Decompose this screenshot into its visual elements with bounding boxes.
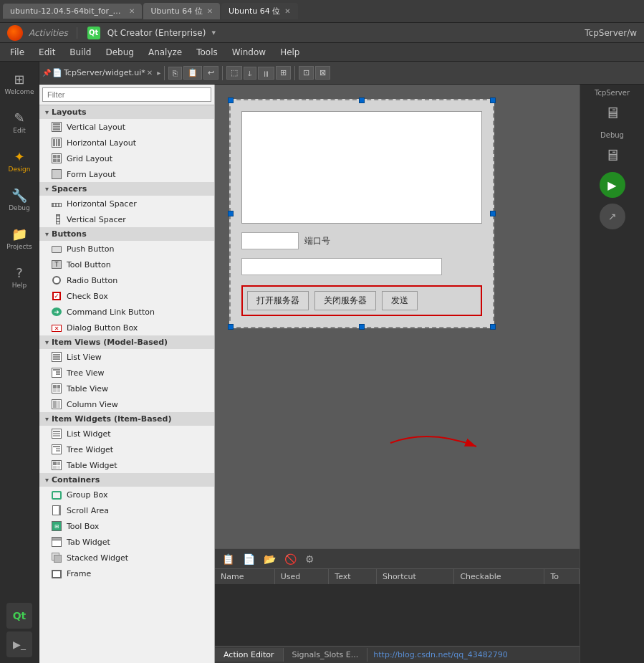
tab-close-icon[interactable]: ✕ bbox=[147, 69, 153, 77]
tab-3-close[interactable]: ✕ bbox=[284, 7, 290, 15]
widget-h-spacer[interactable]: Horizontal Spacer bbox=[39, 196, 214, 211]
menu-help[interactable]: Help bbox=[273, 46, 307, 59]
widget-check-box[interactable]: ✓ Check Box bbox=[39, 288, 214, 304]
handle-tm[interactable] bbox=[359, 97, 365, 103]
action-delete-icon[interactable]: 🚫 bbox=[282, 552, 299, 566]
menu-build[interactable]: Build bbox=[62, 46, 98, 59]
sidebar-item-welcome[interactable]: ⊞ Welcome bbox=[2, 65, 37, 102]
widget-push-button[interactable]: Push Button bbox=[39, 241, 214, 257]
category-layouts[interactable]: ▾ Layouts bbox=[39, 105, 214, 119]
qt-creator-label: Qt Creator (Enterprise) bbox=[107, 28, 206, 38]
widget-cmd-link-button[interactable]: ➜ Command Link Button bbox=[39, 304, 214, 320]
rs-step-btn[interactable]: ↗ bbox=[600, 204, 625, 229]
editor-toolbar: 📌 📄 TcpServer/widget.ui* ✕ ▸ ⎘ 📋 ↩ ⬚ ⫰ ⫼… bbox=[39, 62, 644, 85]
open-server-btn[interactable]: 打开服务器 bbox=[247, 291, 309, 310]
category-spacers[interactable]: ▾ Spacers bbox=[39, 182, 214, 196]
action-folder-icon[interactable]: 📂 bbox=[261, 552, 279, 566]
widget-frame[interactable]: Frame bbox=[39, 566, 214, 581]
category-item-views[interactable]: ▾ Item Views (Model-Based) bbox=[39, 335, 214, 349]
qt-logo: Qt bbox=[86, 25, 102, 41]
action-new-icon[interactable]: 📋 bbox=[219, 552, 237, 566]
port-input[interactable] bbox=[241, 232, 299, 249]
action-copy-icon[interactable]: 📄 bbox=[240, 552, 258, 566]
sidebar-item-design[interactable]: ✦ Design bbox=[2, 142, 37, 179]
pin-icon[interactable]: 📌 bbox=[42, 69, 51, 77]
rs-debug-icon[interactable]: 🖥 bbox=[595, 140, 630, 169]
menu-file[interactable]: File bbox=[3, 46, 32, 59]
rs-play-btn[interactable]: ▶ bbox=[600, 172, 625, 198]
rs-monitor-icon[interactable]: 🖥 bbox=[595, 98, 630, 127]
toolbar-more-btn[interactable]: ⊡ bbox=[299, 66, 314, 80]
widget-list-widget[interactable]: List Widget bbox=[39, 426, 214, 442]
widget-scroll-area[interactable]: Scroll Area bbox=[39, 502, 214, 518]
widget-v-spacer[interactable]: Vertical Spacer bbox=[39, 211, 214, 227]
handle-ml[interactable] bbox=[228, 211, 234, 216]
widget-table-view[interactable]: Table View bbox=[39, 381, 214, 396]
widget-radio-button[interactable]: Radio Button bbox=[39, 272, 214, 288]
tab-arrow-icon[interactable]: ▸ bbox=[157, 69, 160, 77]
browser-tab-3[interactable]: Ubuntu 64 位 ✕ bbox=[221, 3, 298, 19]
category-containers[interactable]: ▾ Containers bbox=[39, 473, 214, 487]
qt-dropdown-arrow[interactable]: ▾ bbox=[211, 28, 216, 37]
col-text: Text bbox=[329, 569, 377, 584]
handle-bl[interactable] bbox=[228, 324, 234, 330]
handle-br[interactable] bbox=[490, 324, 496, 330]
toolbar-halign-btn[interactable]: ⫰ bbox=[244, 67, 256, 80]
handle-bm[interactable] bbox=[359, 324, 365, 330]
browser-tab-2[interactable]: Ubuntu 64 位 ✕ bbox=[143, 3, 220, 19]
handle-tl[interactable] bbox=[228, 97, 234, 103]
menu-window[interactable]: Window bbox=[225, 46, 273, 59]
widget-list-view[interactable]: List View bbox=[39, 349, 214, 365]
action-settings-icon[interactable]: ⚙ bbox=[302, 552, 317, 566]
tab-url[interactable]: http://blog.csdn.net/qq_43482790 bbox=[367, 648, 513, 662]
sidebar-item-projects[interactable]: 📁 Projects bbox=[2, 219, 37, 257]
handle-tr[interactable] bbox=[490, 97, 496, 103]
widget-tool-button[interactable]: T Tool Button bbox=[39, 257, 214, 272]
menu-tools[interactable]: Tools bbox=[189, 46, 225, 59]
widget-form-layout[interactable]: Form Layout bbox=[39, 166, 214, 182]
menu-analyze[interactable]: Analyze bbox=[141, 46, 189, 59]
widget-horizontal-layout[interactable]: Horizontal Layout bbox=[39, 135, 214, 151]
toolbar-layout-btn[interactable]: ⬚ bbox=[226, 66, 242, 80]
widget-column-view[interactable]: Column View bbox=[39, 396, 214, 412]
toolbar-undo-btn[interactable]: ↩ bbox=[203, 66, 218, 80]
toolbar-valign-btn[interactable]: ⫼ bbox=[258, 67, 274, 80]
widget-vertical-layout[interactable]: Vertical Layout bbox=[39, 119, 214, 135]
widget-tree-view[interactable]: Tree View bbox=[39, 365, 214, 381]
menu-debug[interactable]: Debug bbox=[98, 46, 140, 59]
widget-tool-box[interactable]: ⊞ Tool Box bbox=[39, 518, 214, 534]
close-server-btn[interactable]: 关闭服务器 bbox=[314, 291, 376, 310]
menu-edit[interactable]: Edit bbox=[32, 46, 62, 59]
tab-signals-slots[interactable]: Signals_Slots E... bbox=[284, 648, 368, 662]
filter-input[interactable] bbox=[42, 87, 211, 102]
widget-tab-widget[interactable]: Tab Widget bbox=[39, 534, 214, 550]
widget-grid-layout[interactable]: Grid Layout bbox=[39, 151, 214, 166]
widget-stacked-widget[interactable]: Stacked Widget bbox=[39, 550, 214, 566]
rs-debug-label: Debug bbox=[600, 127, 624, 140]
category-buttons[interactable]: ▾ Buttons bbox=[39, 227, 214, 241]
category-item-widgets[interactable]: ▾ Item Widgets (Item-Based) bbox=[39, 412, 214, 426]
handle-mr[interactable] bbox=[490, 211, 496, 216]
sidebar-bottom-icon-2[interactable]: ▶_ bbox=[6, 631, 32, 657]
sidebar-item-help[interactable]: ? Help bbox=[2, 258, 37, 295]
widget-tree-widget[interactable]: Tree Widget bbox=[39, 442, 214, 457]
widget-group-box[interactable]: Group Box bbox=[39, 487, 214, 502]
toolbar-paste-btn[interactable]: 📋 bbox=[183, 66, 202, 80]
projects-icon: 📁 bbox=[11, 226, 27, 242]
sidebar-item-edit[interactable]: ✎ Edit bbox=[2, 103, 37, 140]
widget-table-widget[interactable]: Table Widget bbox=[39, 457, 214, 473]
browser-tab-1[interactable]: ubuntu-12.04.5-64bit_for_Android ✕ bbox=[3, 4, 142, 19]
send-btn[interactable]: 发送 bbox=[382, 291, 418, 310]
file-tab-label[interactable]: TcpServer/widget.ui* bbox=[64, 68, 145, 77]
sidebar-item-debug[interactable]: 🔧 Debug bbox=[2, 181, 37, 218]
toolbar-spread-btn[interactable]: ⊠ bbox=[315, 66, 330, 80]
tab-action-editor[interactable]: Action Editor bbox=[215, 648, 284, 662]
sidebar-bottom-icon-1[interactable]: Qt bbox=[6, 603, 32, 629]
text-input[interactable] bbox=[241, 258, 442, 275]
tool-box-label: Tool Box bbox=[67, 522, 99, 531]
tab-1-close[interactable]: ✕ bbox=[129, 7, 135, 15]
widget-dialog-btn-box[interactable]: ✕ Dialog Button Box bbox=[39, 320, 214, 335]
tab-2-close[interactable]: ✕ bbox=[207, 7, 213, 15]
toolbar-grid-btn[interactable]: ⊞ bbox=[276, 66, 291, 80]
toolbar-copy-btn[interactable]: ⎘ bbox=[168, 67, 182, 80]
